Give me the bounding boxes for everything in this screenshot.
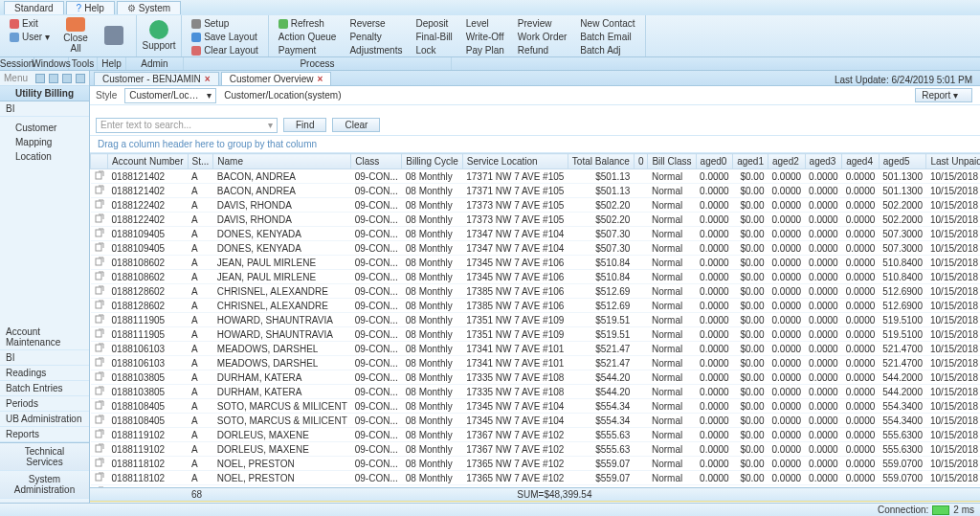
close-icon[interactable]: × xyxy=(205,74,211,84)
cell: 510.8400 xyxy=(879,256,926,270)
menu-icon[interactable] xyxy=(76,74,85,83)
support-button[interactable]: Support xyxy=(143,17,175,54)
column-header[interactable]: Last Unpaid Due Dt xyxy=(926,154,980,169)
column-header[interactable]: 0 xyxy=(634,154,648,169)
refund-button[interactable]: Refund xyxy=(514,44,571,56)
column-header[interactable]: aged5 xyxy=(879,154,926,169)
column-header[interactable]: aged2 xyxy=(768,154,805,169)
table-row[interactable]: 0188128602ACHRISNEL, ALEXANDRE09-CON...0… xyxy=(91,299,980,313)
column-header[interactable] xyxy=(91,154,108,169)
batch-email-button[interactable]: Batch Email xyxy=(576,31,638,43)
table-row[interactable]: 0188108405ASOTO, MARCUS & MILICENT09-CON… xyxy=(91,414,980,428)
preview-button[interactable]: Preview xyxy=(514,17,571,30)
table-row[interactable]: 0188109405ADONES, KENYADA09-CON...08 Mon… xyxy=(91,241,980,256)
side-tech-services[interactable]: Technical Services xyxy=(0,443,89,471)
setup-button[interactable]: Setup xyxy=(188,17,262,30)
column-header[interactable]: aged0 xyxy=(696,154,733,169)
style-combo[interactable]: Customer/Location(system)▾ xyxy=(124,88,216,103)
side-batch-entries[interactable]: Batch Entries xyxy=(0,381,89,396)
column-header[interactable]: aged4 xyxy=(842,154,880,169)
side-periods[interactable]: Periods xyxy=(0,396,89,412)
adjustments-button[interactable]: Adjustments xyxy=(345,44,406,56)
side-readings[interactable]: Readings xyxy=(0,366,89,381)
column-header[interactable]: Name xyxy=(213,154,351,169)
print-button[interactable] xyxy=(98,17,130,54)
tab-customer-overview[interactable]: Customer Overview× xyxy=(221,72,332,85)
table-row[interactable]: 0188119102ADORLEUS, MAXENE09-CON...08 Mo… xyxy=(91,442,980,457)
column-header[interactable]: Billing Cycle xyxy=(402,154,462,169)
close-icon[interactable]: × xyxy=(317,74,323,84)
tab-system[interactable]: ⚙System xyxy=(117,1,181,14)
menu-icon[interactable] xyxy=(62,74,72,83)
table-row[interactable]: 0188106103AMEADOWS, DARSHEL09-CON...08 M… xyxy=(91,356,980,370)
sidebar-section-bi[interactable]: BI xyxy=(0,101,89,117)
table-row[interactable]: 0188121402ABACON, ANDREA09-CON...08 Mont… xyxy=(91,169,980,184)
cell: $0.00 xyxy=(733,385,768,399)
side-sys-admin[interactable]: System Administration xyxy=(0,471,89,499)
cell: A xyxy=(188,270,213,284)
tree-location[interactable]: Location xyxy=(15,149,89,164)
payment-button[interactable]: Payment xyxy=(275,44,341,56)
side-ub-admin[interactable]: UB Administration xyxy=(0,412,89,427)
write-off-button[interactable]: Write-Off xyxy=(462,31,508,43)
new-contact-button[interactable]: New Contact xyxy=(576,17,638,30)
tab-customer-benjamin[interactable]: Customer - BENJAMIN× xyxy=(94,72,219,85)
user-button[interactable]: User ▾ xyxy=(6,31,54,43)
table-row[interactable]: 0188108602AJEAN, PAUL MIRLENE09-CON...08… xyxy=(91,256,980,270)
table-row[interactable]: 0188111905AHOWARD, SHAUNTRAVIA09-CON...0… xyxy=(91,327,980,342)
side-reports[interactable]: Reports xyxy=(0,427,89,442)
reverse-button[interactable]: Reverse xyxy=(345,17,406,30)
work-order-button[interactable]: Work Order xyxy=(514,31,571,43)
penalty-button[interactable]: Penalty xyxy=(345,31,406,43)
column-header[interactable]: St... xyxy=(188,154,213,169)
report-button[interactable]: Report ▾ xyxy=(915,88,972,102)
table-row[interactable]: 0188106103AMEADOWS, DARSHEL09-CON...08 M… xyxy=(91,342,980,356)
table-row[interactable]: 0188119102ADORLEUS, MAXENE09-CON...08 Mo… xyxy=(91,428,980,442)
table-row[interactable]: 0188108602AJEAN, PAUL MIRLENE09-CON...08… xyxy=(91,270,980,284)
table-row[interactable]: 0188103805ADURHAM, KATERA09-CON...08 Mon… xyxy=(91,385,980,399)
clear-button[interactable]: Clear xyxy=(332,118,380,132)
table-row[interactable]: 0188108405ASOTO, MARCUS & MILICENT09-CON… xyxy=(91,399,980,414)
tree-mapping[interactable]: Mapping xyxy=(15,135,89,149)
column-header[interactable]: aged1 xyxy=(733,154,768,169)
column-header[interactable]: Account Number xyxy=(108,154,188,169)
find-button[interactable]: Find xyxy=(283,118,326,132)
menu-icon[interactable] xyxy=(49,74,58,83)
cell: 502.2000 xyxy=(879,213,926,227)
close-all-button[interactable]: Close All xyxy=(59,17,92,54)
table-row[interactable]: 0188111905AHOWARD, SHAUNTRAVIA09-CON...0… xyxy=(91,313,980,327)
pay-plan-button[interactable]: Pay Plan xyxy=(462,44,508,56)
table-row[interactable]: 0188122402ADAVIS, RHONDA09-CON...08 Mont… xyxy=(91,213,980,227)
tab-standard[interactable]: Standard xyxy=(4,1,64,14)
side-account-maint[interactable]: Account Maintenance xyxy=(0,325,89,350)
final-bill-button[interactable]: Final-Bill xyxy=(412,31,456,43)
column-header[interactable]: Class xyxy=(351,154,402,169)
batch-adj-button[interactable]: Batch Adj xyxy=(576,44,638,56)
menu-icon[interactable] xyxy=(35,74,45,83)
table-row[interactable]: 0188109405ADONES, KENYADA09-CON...08 Mon… xyxy=(91,227,980,241)
table-row[interactable]: 0188118102ANOEL, PRESTON09-CON...08 Mont… xyxy=(91,471,980,485)
column-header[interactable]: Total Balance xyxy=(568,154,634,169)
side-bi[interactable]: BI xyxy=(0,350,89,366)
table-row[interactable]: 0188121402ABACON, ANDREA09-CON...08 Mont… xyxy=(91,184,980,198)
column-header[interactable]: Service Location xyxy=(462,154,568,169)
table-row[interactable]: 0188118102ANOEL, PRESTON09-CON...08 Mont… xyxy=(91,457,980,471)
table-row[interactable]: 0188128602ACHRISNEL, ALEXANDRE09-CON...0… xyxy=(91,284,980,299)
data-grid[interactable]: Account NumberSt...NameClassBilling Cycl… xyxy=(90,152,980,487)
deposit-button[interactable]: Deposit xyxy=(412,17,456,30)
column-header[interactable]: aged3 xyxy=(805,154,842,169)
action-queue-button[interactable]: Action Queue xyxy=(275,31,341,43)
refresh-button[interactable]: Refresh xyxy=(275,17,341,30)
exit-button[interactable]: Exit xyxy=(6,17,54,30)
table-row[interactable]: 0188103805ADURHAM, KATERA09-CON...08 Mon… xyxy=(91,370,980,385)
table-row[interactable]: 0188122402ADAVIS, RHONDA09-CON...08 Mont… xyxy=(91,198,980,213)
tree-customer[interactable]: Customer xyxy=(15,121,89,135)
save-layout-button[interactable]: Save Layout xyxy=(188,31,262,43)
tab-help[interactable]: ?Help xyxy=(66,1,115,14)
level-button[interactable]: Level xyxy=(462,17,508,30)
column-header[interactable]: Bill Class xyxy=(648,154,696,169)
cell: 08 Monthly xyxy=(402,241,462,256)
lock-button[interactable]: Lock xyxy=(412,44,456,56)
clear-layout-button[interactable]: Clear Layout xyxy=(188,44,262,56)
search-input[interactable]: Enter text to search...▾ xyxy=(96,118,278,133)
